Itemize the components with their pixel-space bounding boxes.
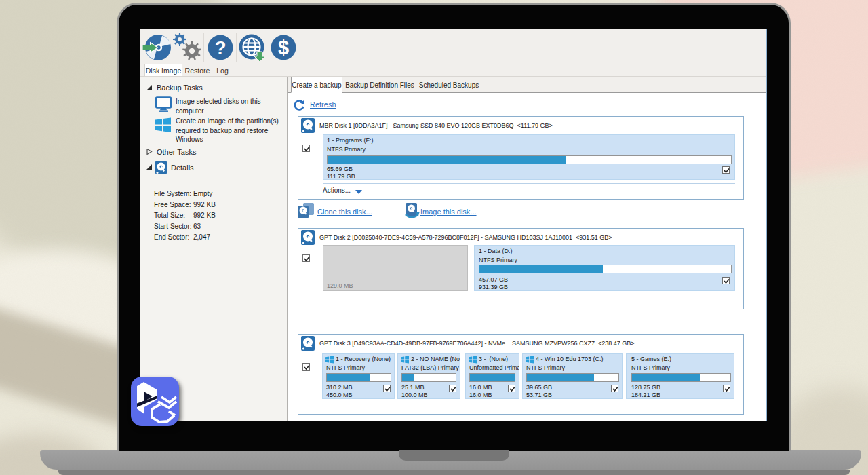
svg-text:$: $ (278, 37, 289, 58)
svg-text:?: ? (214, 37, 226, 58)
